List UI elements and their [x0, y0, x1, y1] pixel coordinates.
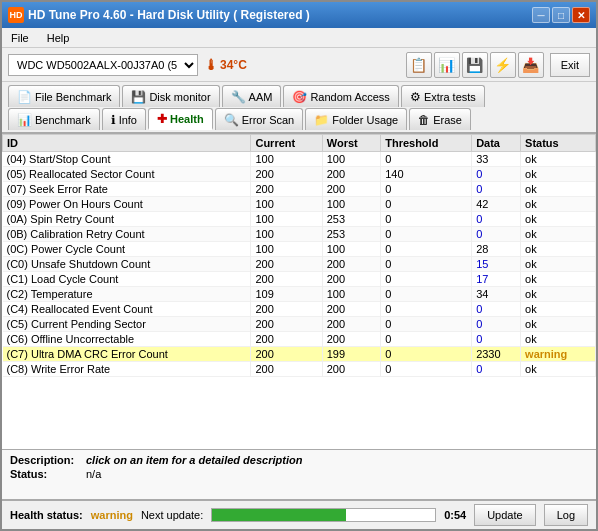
cell-current: 200	[251, 182, 322, 197]
tab-aam[interactable]: 🔧 AAM	[222, 85, 282, 107]
exit-button[interactable]: Exit	[550, 53, 590, 77]
tab-disk-monitor[interactable]: 💾 Disk monitor	[122, 85, 219, 107]
description-area: Description: click on an item for a deta…	[2, 449, 596, 499]
maximize-button[interactable]: □	[552, 7, 570, 23]
menu-help[interactable]: Help	[44, 31, 73, 45]
tab-erase[interactable]: 🗑 Erase	[409, 108, 471, 130]
tab-extra-tests-label: Extra tests	[424, 91, 476, 103]
tab-extra-tests[interactable]: ⚙ Extra tests	[401, 85, 485, 107]
tab-file-benchmark-label: File Benchmark	[35, 91, 111, 103]
chart-icon-btn[interactable]: 📊	[434, 52, 460, 78]
table-row[interactable]: (C1) Load Cycle Count200200017ok	[3, 272, 596, 287]
cell-status: ok	[521, 167, 596, 182]
close-button[interactable]: ✕	[572, 7, 590, 23]
cell-threshold: 0	[381, 212, 472, 227]
cell-threshold: 0	[381, 152, 472, 167]
cell-data: 0	[472, 167, 521, 182]
cell-data: 34	[472, 287, 521, 302]
next-update-label: Next update:	[141, 509, 203, 521]
table-row[interactable]: (07) Seek Error Rate20020000ok	[3, 182, 596, 197]
tab-health[interactable]: ✚ Health	[148, 108, 213, 130]
col-status: Status	[521, 135, 596, 152]
update-button[interactable]: Update	[474, 504, 535, 526]
cell-status: ok	[521, 332, 596, 347]
table-row[interactable]: (04) Start/Stop Count100100033ok	[3, 152, 596, 167]
table-row[interactable]: (C7) Ultra DMA CRC Error Count2001990233…	[3, 347, 596, 362]
cell-status: ok	[521, 302, 596, 317]
table-row[interactable]: (C5) Current Pending Sector20020000ok	[3, 317, 596, 332]
health-status-label: Health status:	[10, 509, 83, 521]
table-row[interactable]: (C8) Write Error Rate20020000ok	[3, 362, 596, 377]
tab-info[interactable]: ℹ Info	[102, 108, 146, 130]
drive-select[interactable]: WDC WD5002AALX-00J37A0 (500 gB)	[8, 54, 198, 76]
health-status-value: warning	[91, 509, 133, 521]
temperature-display: 🌡 34°C	[204, 57, 247, 73]
title-bar-left: HD HD Tune Pro 4.60 - Hard Disk Utility …	[8, 7, 310, 23]
disk-monitor-icon: 💾	[131, 90, 146, 104]
cell-status: ok	[521, 227, 596, 242]
cell-current: 100	[251, 212, 322, 227]
erase-icon: 🗑	[418, 113, 430, 127]
cell-current: 200	[251, 362, 322, 377]
download-icon-btn[interactable]: 📥	[518, 52, 544, 78]
tab-error-scan[interactable]: 🔍 Error Scan	[215, 108, 304, 130]
cell-data: 28	[472, 242, 521, 257]
table-row[interactable]: (C6) Offline Uncorrectable20020000ok	[3, 332, 596, 347]
tab-row-2: 📊 Benchmark ℹ Info ✚ Health 🔍 Error Scan…	[2, 108, 596, 134]
cell-worst: 253	[322, 212, 380, 227]
cell-id: (0B) Calibration Retry Count	[3, 227, 251, 242]
table-row[interactable]: (0A) Spin Retry Count10025300ok	[3, 212, 596, 227]
table-row[interactable]: (09) Power On Hours Count100100042ok	[3, 197, 596, 212]
table-row[interactable]: (0B) Calibration Retry Count10025300ok	[3, 227, 596, 242]
desc-label: Description:	[10, 454, 80, 466]
cell-current: 200	[251, 302, 322, 317]
tab-file-benchmark[interactable]: 📄 File Benchmark	[8, 85, 120, 107]
table-header-row: ID Current Worst Threshold Data Status	[3, 135, 596, 152]
copy-icon-btn[interactable]: 📋	[406, 52, 432, 78]
cell-current: 109	[251, 287, 322, 302]
save-icon-btn[interactable]: 💾	[462, 52, 488, 78]
cell-status: ok	[521, 212, 596, 227]
col-worst: Worst	[322, 135, 380, 152]
health-table-container[interactable]: ID Current Worst Threshold Data Status (…	[2, 134, 596, 449]
cell-current: 200	[251, 347, 322, 362]
log-button[interactable]: Log	[544, 504, 588, 526]
cell-threshold: 0	[381, 347, 472, 362]
random-access-icon: 🎯	[292, 90, 307, 104]
window-title: HD Tune Pro 4.60 - Hard Disk Utility ( R…	[28, 8, 310, 22]
cell-data: 42	[472, 197, 521, 212]
cell-status: ok	[521, 152, 596, 167]
title-bar: HD HD Tune Pro 4.60 - Hard Disk Utility …	[2, 2, 596, 28]
table-row[interactable]: (C0) Unsafe Shutdown Count200200015ok	[3, 257, 596, 272]
table-row[interactable]: (0C) Power Cycle Count100100028ok	[3, 242, 596, 257]
aam-icon: 🔧	[231, 90, 246, 104]
cell-id: (0C) Power Cycle Count	[3, 242, 251, 257]
cell-status: ok	[521, 257, 596, 272]
cell-worst: 100	[322, 242, 380, 257]
tab-benchmark[interactable]: 📊 Benchmark	[8, 108, 100, 130]
tab-folder-usage[interactable]: 📁 Folder Usage	[305, 108, 407, 130]
tab-info-label: Info	[119, 114, 137, 126]
table-row[interactable]: (C2) Temperature109100034ok	[3, 287, 596, 302]
cell-id: (04) Start/Stop Count	[3, 152, 251, 167]
cell-id: (09) Power On Hours Count	[3, 197, 251, 212]
cell-data: 0	[472, 212, 521, 227]
cell-current: 200	[251, 272, 322, 287]
cell-data: 0	[472, 227, 521, 242]
cell-threshold: 0	[381, 227, 472, 242]
health-tab-icon: ✚	[157, 112, 167, 126]
thermometer-icon: 🌡	[204, 57, 218, 73]
minimize-button[interactable]: ─	[532, 7, 550, 23]
cell-threshold: 0	[381, 182, 472, 197]
col-current: Current	[251, 135, 322, 152]
table-row[interactable]: (05) Reallocated Sector Count2002001400o…	[3, 167, 596, 182]
cell-status: warning	[521, 347, 596, 362]
health-icon-btn[interactable]: ⚡	[490, 52, 516, 78]
menu-file[interactable]: File	[8, 31, 32, 45]
cell-worst: 100	[322, 287, 380, 302]
cell-data: 17	[472, 272, 521, 287]
cell-threshold: 0	[381, 287, 472, 302]
cell-status: ok	[521, 362, 596, 377]
table-row[interactable]: (C4) Reallocated Event Count20020000ok	[3, 302, 596, 317]
tab-random-access[interactable]: 🎯 Random Access	[283, 85, 398, 107]
